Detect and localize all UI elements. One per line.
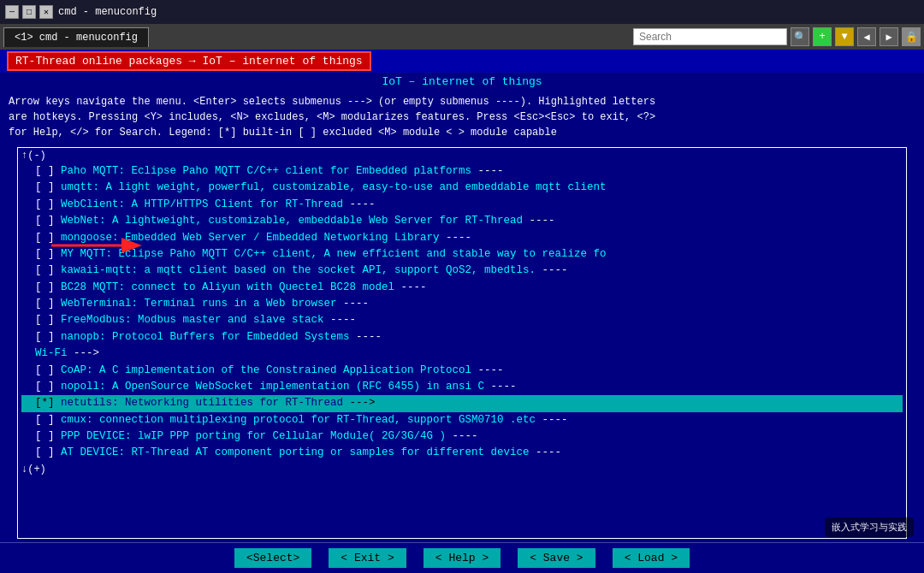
menu-suffix: ---- xyxy=(324,314,357,326)
menu-checkbox: [ ] xyxy=(35,381,61,393)
menu-box: ↑(-) [ ] Paho MQTT: Eclipse Paho MQTT C/… xyxy=(17,147,907,539)
menu-checkbox: [ ] xyxy=(35,165,61,177)
menu-suffix: ---- xyxy=(530,446,562,458)
menu-checkbox: [ ] xyxy=(35,430,61,442)
menu-label: CoAP: A C implementation of the Constrai… xyxy=(61,364,471,376)
menu-item-18[interactable]: [ ] AT DEVICE: RT-Thread AT component po… xyxy=(21,445,903,461)
menu-suffix: ---- xyxy=(471,165,504,177)
menu-checkbox: [ ] xyxy=(35,414,61,426)
menu-label: Paho MQTT: Eclipse Paho MQTT C/C++ clien… xyxy=(61,165,471,177)
menu-suffix: ---> xyxy=(343,397,376,409)
title-bar: ─ □ ✕ cmd - menuconfig xyxy=(0,0,924,24)
menu-item-2[interactable]: [ ] umqtt: A light weight, powerful, cus… xyxy=(21,180,903,196)
subtitle-text: IoT – internet of things xyxy=(382,75,542,88)
window-controls[interactable]: ─ □ ✕ xyxy=(5,5,53,19)
menu-label: WebNet: A lightweight, customizable, emb… xyxy=(61,215,523,227)
menu-item-1[interactable]: [ ] Paho MQTT: Eclipse Paho MQTT C/C++ c… xyxy=(21,163,903,180)
menu-label: AT DEVICE: RT-Thread AT component portin… xyxy=(61,446,530,458)
menu-checkbox: [ ] xyxy=(35,298,61,310)
menu-item-16[interactable]: [ ] cmux: connection multiplexing protoc… xyxy=(21,412,903,428)
bottom-btn-help[interactable]: < Help > xyxy=(424,548,500,568)
menu-label: PPP DEVICE: lwIP PPP porting for Cellula… xyxy=(61,430,446,442)
menu-suffix: ---- xyxy=(536,264,568,276)
menu-checkbox: [ ] xyxy=(35,364,61,376)
menu-top-marker: ↑(-) xyxy=(18,148,906,163)
menu-item-13[interactable]: [ ] CoAP: A C implementation of the Cons… xyxy=(21,363,903,379)
next-button[interactable]: ▶ xyxy=(880,27,898,46)
menu-label: netutils: Networking utilities for RT-Th… xyxy=(61,397,343,409)
menu-item-5[interactable]: [ ] mongoose: Embedded Web Server / Embe… xyxy=(21,230,903,246)
menu-label: WebClient: A HTTP/HTTPS Client for RT-Th… xyxy=(61,198,343,210)
subtitle-bar: IoT – internet of things xyxy=(0,73,924,91)
menu-label: WebTerminal: Terminal runs in a Web brow… xyxy=(61,298,337,310)
add-button[interactable]: + xyxy=(813,27,832,46)
menu-item-17[interactable]: [ ] PPP DEVICE: lwIP PPP porting for Cel… xyxy=(21,428,903,445)
watermark-text: 嵌入式学习与实践 xyxy=(832,522,907,532)
active-tab[interactable]: <1> cmd - menuconfig xyxy=(3,27,149,47)
menu-suffix: ---- xyxy=(350,331,382,343)
menu-label: umqtt: A light weight, powerful, customi… xyxy=(61,181,607,193)
menu-item-7[interactable]: [ ] kawaii-mqtt: a mqtt client based on … xyxy=(21,263,903,279)
bottom-bar: <Select>< Exit >< Help >< Save >< Load > xyxy=(0,542,924,573)
main-area: RT-Thread online packages → IoT – intern… xyxy=(0,50,924,573)
help-line-1: Arrow keys navigate the menu. <Enter> se… xyxy=(9,94,915,109)
search-input[interactable] xyxy=(633,28,787,45)
search-button[interactable]: 🔍 xyxy=(791,27,809,46)
menu-label: nopoll: A OpenSource WebSocket implement… xyxy=(61,381,484,393)
bottom-btn-load[interactable]: < Load > xyxy=(613,548,690,568)
help-text: Arrow keys navigate the menu. <Enter> se… xyxy=(0,91,924,144)
menu-item-14[interactable]: [ ] nopoll: A OpenSource WebSocket imple… xyxy=(21,379,903,395)
menu-item-3[interactable]: [ ] WebClient: A HTTP/HTTPS Client for R… xyxy=(21,197,903,213)
menu-item-8[interactable]: [ ] BC28 MQTT: connect to Aliyun with Qu… xyxy=(21,280,903,296)
menu-bottom-marker: ↓(+) xyxy=(18,462,906,477)
menu-checkbox: [ ] xyxy=(35,281,61,293)
menu-item-12[interactable]: Wi-Fi ---> xyxy=(21,346,903,362)
menu-label: mongoose: Embedded Web Server / Embedded… xyxy=(61,232,440,244)
menu-checkbox: [ ] xyxy=(35,181,61,193)
menu-suffix: ---- xyxy=(394,281,427,293)
menu-label: Wi-Fi xyxy=(35,347,68,359)
menu-item-6[interactable]: [ ] MY MQTT: Eclipse Paho MQTT C/C++ cli… xyxy=(21,246,903,263)
close-button[interactable]: ✕ xyxy=(39,5,53,19)
menu-checkbox: [*] xyxy=(35,397,61,409)
menu-label: FreeModbus: Modbus master and slave stac… xyxy=(61,314,324,326)
menu-checkbox: [ ] xyxy=(35,232,61,244)
menu-checkbox: [ ] xyxy=(35,314,61,326)
menu-label: nanopb: Protocol Buffers for Embedded Sy… xyxy=(61,331,350,343)
menu-suffix: ---- xyxy=(343,198,376,210)
menu-suffix: ---- xyxy=(446,430,478,442)
maximize-button[interactable]: □ xyxy=(22,5,36,19)
tab-bar: <1> cmd - menuconfig 🔍 + ▼ ◀ ▶ 🔒 xyxy=(0,24,924,50)
menu-item-11[interactable]: [ ] nanopb: Protocol Buffers for Embedde… xyxy=(21,329,903,346)
menu-checkbox: [ ] xyxy=(35,446,61,458)
menu-checkbox: [ ] xyxy=(35,198,61,210)
menu-suffix: ---- xyxy=(536,414,568,426)
bottom-btn-exit[interactable]: < Exit > xyxy=(329,548,406,568)
lock-button[interactable]: 🔒 xyxy=(902,27,921,46)
bottom-btn-save[interactable]: < Save > xyxy=(518,548,595,568)
dropdown-button[interactable]: ▼ xyxy=(835,27,854,46)
minimize-button[interactable]: ─ xyxy=(5,5,19,19)
menu-label: MY MQTT: Eclipse Paho MQTT C/C++ client,… xyxy=(61,248,607,260)
menu-checkbox: [ ] xyxy=(35,215,61,227)
menu-label: cmux: connection multiplexing protocol f… xyxy=(61,414,536,426)
menu-checkbox: [ ] xyxy=(35,264,61,276)
menu-item-9[interactable]: [ ] WebTerminal: Terminal runs in a Web … xyxy=(21,296,903,312)
menu-suffix: ---- xyxy=(484,381,517,393)
help-line-2: are hotkeys. Pressing <Y> includes, <N> … xyxy=(9,109,915,125)
menu-suffix: ---- xyxy=(337,298,370,310)
search-area: 🔍 + ▼ ◀ ▶ 🔒 xyxy=(633,27,921,46)
menu-checkbox: [ ] xyxy=(35,248,61,260)
menu-item-15[interactable]: [*] netutils: Networking utilities for R… xyxy=(21,395,903,411)
menu-items: [ ] Paho MQTT: Eclipse Paho MQTT C/C++ c… xyxy=(18,163,906,462)
menu-suffix: ---- xyxy=(440,232,472,244)
breadcrumb: RT-Thread online packages → IoT – intern… xyxy=(7,51,371,71)
bottom-btn-select[interactable]: <Select> xyxy=(234,548,311,568)
menu-label: kawaii-mqtt: a mqtt client based on the … xyxy=(61,264,536,276)
watermark: 嵌入式学习与实践 xyxy=(825,517,914,537)
window-title: cmd - menuconfig xyxy=(58,6,157,18)
menu-suffix: ---- xyxy=(471,364,504,376)
prev-button[interactable]: ◀ xyxy=(857,27,876,46)
menu-item-4[interactable]: [ ] WebNet: A lightweight, customizable,… xyxy=(21,213,903,229)
menu-item-10[interactable]: [ ] FreeModbus: Modbus master and slave … xyxy=(21,312,903,328)
